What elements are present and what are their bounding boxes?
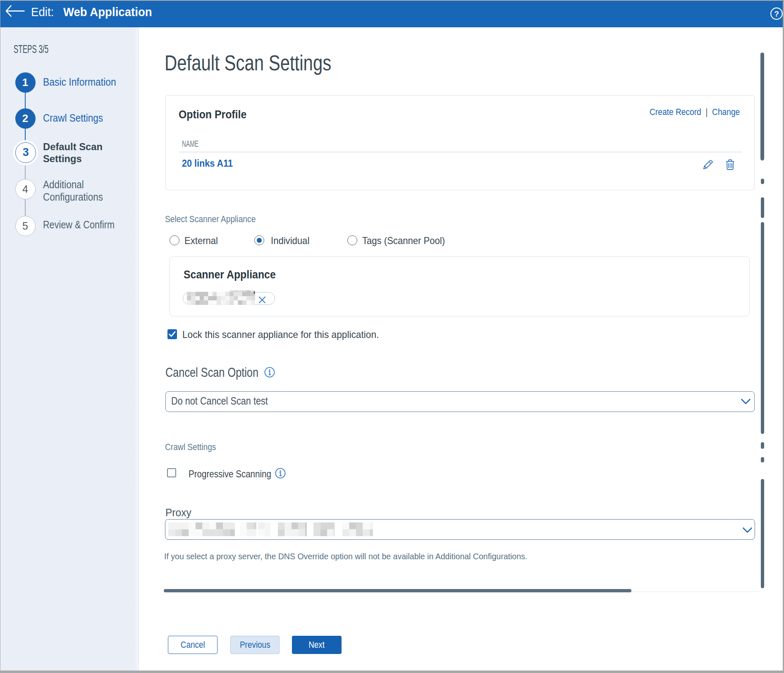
svg-text:?: ? — [774, 10, 779, 18]
